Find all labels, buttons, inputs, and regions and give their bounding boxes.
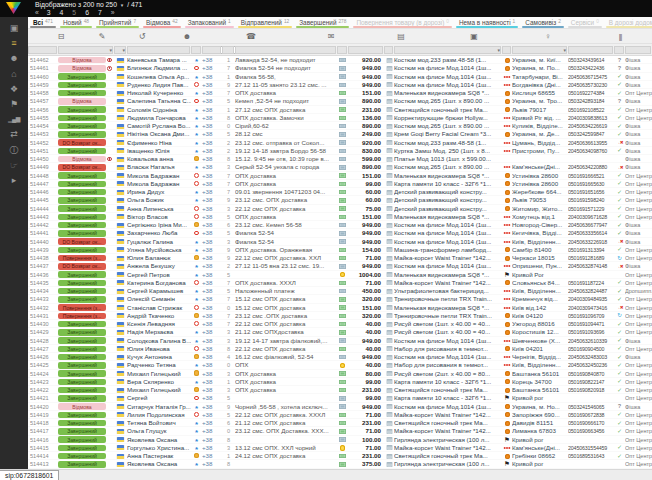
status-pill[interactable]: Відмова <box>58 98 106 105</box>
callback-column-icon[interactable]: ↺ <box>139 32 146 41</box>
client-phone[interactable]: +38 <box>202 444 222 452</box>
filter-dropdown-icon[interactable]: ▾ <box>122 47 125 54</box>
client-phone[interactable]: +38 <box>202 312 222 320</box>
filter-col-3[interactable] <box>127 46 190 54</box>
client-phone[interactable]: +38 <box>202 394 222 402</box>
table-row[interactable]: 514423ЗавершенийВера Скляренко*+381ОПХ д… <box>28 378 652 386</box>
status-pill[interactable]: Завершений <box>58 337 106 344</box>
filter-col-16[interactable] <box>625 46 651 54</box>
table-row[interactable]: 514444ЗавершенийАнна Липенська+38322.12 … <box>28 205 652 213</box>
table-row[interactable]: 514434ЗавершенийСергей Карамышев*+385Нал… <box>28 287 652 295</box>
status-pill[interactable]: Завершений <box>58 387 106 394</box>
filter-col-0[interactable] <box>28 46 57 54</box>
tab-4[interactable]: Запакований1 <box>183 17 236 28</box>
status-pill[interactable]: Повернення (з... <box>58 304 106 311</box>
tab-10[interactable]: Сервіси0 <box>566 17 604 28</box>
status-pill[interactable]: Завершений <box>58 321 106 328</box>
filter-col-10[interactable] <box>384 46 393 54</box>
status-pill[interactable]: DO Возврат ок... <box>58 238 106 245</box>
tab-6[interactable]: Завершений278 <box>294 17 351 28</box>
table-row[interactable]: 514438Повернення (з...Юлия Баланюк+38922… <box>28 254 652 262</box>
client-phone[interactable]: +38 <box>202 328 222 336</box>
filter-col-11[interactable]: ▾ <box>394 46 501 54</box>
clients-icon[interactable]: ☻ <box>5 54 23 63</box>
client-phone[interactable]: +38 <box>202 353 222 361</box>
product-column-icon[interactable]: ▣ <box>470 32 478 41</box>
status-pill[interactable]: Завершений <box>58 115 106 122</box>
company-icon[interactable]: ⌂ <box>5 70 23 79</box>
table-row[interactable]: 514458ЗавершенийНиколай Кучеренко*+387ОП… <box>28 89 652 97</box>
filter-dropdown-icon[interactable]: ▾ <box>109 47 112 54</box>
tab-9[interactable]: Самовивіз2 <box>520 17 566 28</box>
client-phone[interactable]: +38 <box>202 370 222 378</box>
status-pill[interactable]: Завершений <box>58 362 106 369</box>
client-phone[interactable]: +38 <box>202 419 222 427</box>
client-phone[interactable]: +38 <box>202 188 222 196</box>
client-phone[interactable]: +38 <box>202 106 222 114</box>
table-row[interactable]: 514415ЗавершенийГоргулько Христина...*+3… <box>28 444 652 452</box>
client-phone[interactable]: +38 <box>202 229 222 237</box>
status-pill[interactable]: Завершений <box>58 428 106 435</box>
table-row[interactable]: 514448ЗавершенийМикола Бадражан+387ОПХ д… <box>28 172 652 180</box>
table-row[interactable]: 514455ЗавершенийЛюдмила Гончарова*+388ОП… <box>28 114 652 122</box>
pager-first-icon[interactable]: « <box>35 9 38 17</box>
status-pill[interactable]: Завершений <box>58 181 106 188</box>
status-pill[interactable]: Завершений <box>58 131 106 138</box>
client-phone[interactable]: +38 <box>202 196 222 204</box>
table-row[interactable]: 514440DO Возврат ок...Гуцалюк Галина*+38… <box>28 238 652 246</box>
tab-0[interactable]: Всі471 <box>28 17 58 28</box>
table-row[interactable]: 514422ЗавершенийМихаил Гилецький+383ОПХ … <box>28 386 652 394</box>
filter-col-14[interactable] <box>568 46 613 54</box>
client-phone[interactable]: +38 <box>202 254 222 262</box>
table-row[interactable]: 514428ЗавершенийСолодкова Галина В...*+3… <box>28 337 652 345</box>
client-phone[interactable]: +38 <box>202 147 222 155</box>
table-row[interactable]: 514453ЗавершенийНікітіна Оксана Дми...*+… <box>28 130 652 138</box>
table-row[interactable]: 514433ЗавершенийОлексій Семанін*+38715.1… <box>28 295 652 303</box>
pager-page[interactable]: 6 <box>85 9 89 17</box>
client-phone[interactable]: +38 <box>202 262 222 270</box>
tab-3[interactable]: Відмова42 <box>141 17 183 28</box>
purchases-icon[interactable]: ❖ <box>5 85 23 94</box>
table-row[interactable]: 514447ЗавершенийМикола Бадражан+387ОПХ д… <box>28 180 652 188</box>
client-phone[interactable]: +38 <box>202 97 222 105</box>
table-row[interactable]: 514418ЗавершенийТетяна Войтович*+38621.1… <box>28 419 652 427</box>
video-icon[interactable]: ▸ <box>5 176 23 185</box>
status-pill[interactable]: Завершений <box>58 205 106 212</box>
phone-column-icon[interactable]: ☎ <box>246 32 256 41</box>
table-row[interactable]: 514414ЗавершенийАнна Пастернак+38124.12 … <box>28 452 652 460</box>
client-phone[interactable]: +38 <box>202 295 222 303</box>
status-pill[interactable]: DO Возврат ок... <box>58 263 106 270</box>
status-pill[interactable]: Завершений <box>58 461 106 468</box>
status-pill[interactable]: Завершений <box>58 329 106 336</box>
status-pill[interactable]: Завершений <box>58 412 106 419</box>
pager-last-icon[interactable]: » <box>111 9 114 17</box>
info-icon[interactable]: ⓘ <box>5 146 23 155</box>
status-pill[interactable]: Завершений <box>58 445 106 452</box>
table-row[interactable]: 514461ВідмоваБлизнюк Людмила ...+387Фиал… <box>28 64 652 72</box>
ttn-column-icon[interactable]: ||| <box>619 32 621 41</box>
client-phone[interactable]: +38 <box>202 246 222 254</box>
table-row[interactable]: 514445ЗавершенийОльга Божик*+38923.12 см… <box>28 196 652 204</box>
status-pill[interactable]: Завершений <box>58 106 106 113</box>
client-phone[interactable]: +38 <box>202 427 222 435</box>
pager-page[interactable]: 7 <box>98 9 102 17</box>
pager-page[interactable]: 4 <box>60 9 64 17</box>
status-pill[interactable]: Завершений <box>58 197 106 204</box>
client-phone[interactable]: +38 <box>202 320 222 328</box>
orders-icon[interactable]: ≡ <box>5 39 23 48</box>
status-pill[interactable]: Відмова <box>58 403 106 410</box>
client-phone[interactable]: +38 <box>202 221 222 229</box>
client-phone[interactable]: +38 <box>202 386 222 394</box>
status-pill[interactable]: Відмова <box>58 156 106 163</box>
client-phone[interactable]: +38 <box>202 279 222 287</box>
table-row[interactable]: 514421ЗавершенийСергей+38599.00Карта пам… <box>28 394 652 402</box>
table-row[interactable]: 514443ЗавершенийВіктор Власов+385ОПХ дос… <box>28 213 652 221</box>
order-id-column-icon[interactable]: ⊟ <box>58 32 65 41</box>
client-column-icon[interactable]: ☻ <box>183 32 191 41</box>
filter-col-15[interactable] <box>614 46 624 54</box>
tab-2[interactable]: Прийнятий7 <box>94 17 141 28</box>
status-pill[interactable]: Повернення (з... <box>58 255 106 262</box>
status-pill[interactable]: Завершений <box>58 148 106 155</box>
client-phone[interactable]: +38 <box>202 452 222 460</box>
table-row[interactable]: 514446ЗавершенийИрина Дидух*+38709.01 зв… <box>28 188 652 196</box>
